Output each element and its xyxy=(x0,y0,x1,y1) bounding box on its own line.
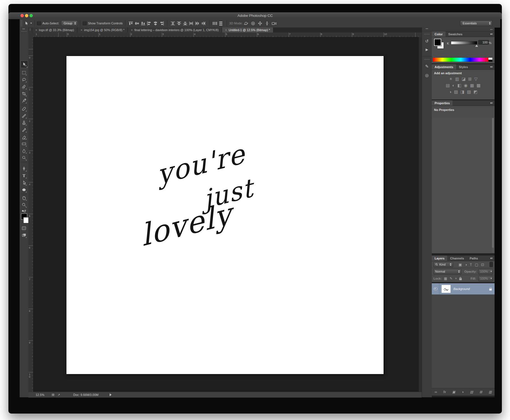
brush-tool[interactable] xyxy=(21,113,27,119)
vertical-ruler[interactable]: 012345678910 xyxy=(28,37,33,392)
tab-adjustments[interactable]: Adjustments xyxy=(432,64,456,69)
filter-kind-dropdown[interactable]: Kind xyxy=(433,262,453,267)
distribute-vertical-centers-icon[interactable] xyxy=(177,21,181,25)
tab-channels[interactable]: Channels xyxy=(447,256,467,261)
adjustment-icon[interactable]: ▩ xyxy=(477,83,481,88)
dock-grip[interactable] xyxy=(424,34,430,35)
panel-menu-icon[interactable]: ▾≡ xyxy=(490,256,495,261)
zoom-level[interactable]: 12.5% xyxy=(36,393,44,396)
doc-size-info[interactable]: Doc: 9.66M/3.00M xyxy=(73,393,98,396)
scrollbar-track[interactable] xyxy=(492,118,494,253)
adjustment-icon[interactable]: ◧ xyxy=(457,83,461,88)
pen-tool[interactable] xyxy=(21,166,27,172)
adjustment-icon[interactable]: ▨ xyxy=(454,89,458,94)
layers-action-icon[interactable]: ∞ xyxy=(435,390,437,394)
layers-action-icon[interactable]: ▣ xyxy=(452,390,455,394)
blend-mode-dropdown[interactable]: Normal xyxy=(433,269,461,274)
distribute-left-edges-icon[interactable] xyxy=(189,21,194,25)
3d-pan-icon[interactable] xyxy=(257,21,263,26)
layer-filter-icon[interactable]: ⊡ xyxy=(481,263,484,267)
k-value-input[interactable]: 100 xyxy=(478,40,489,45)
adjustment-icon[interactable]: ◩ xyxy=(474,89,477,94)
3d-orbit-icon[interactable] xyxy=(243,21,249,26)
history-brush-tool[interactable] xyxy=(21,127,27,133)
3d-slide-icon[interactable] xyxy=(264,21,270,26)
horizontal-ruler[interactable]: 1012345678910 xyxy=(33,33,422,37)
close-tab-icon[interactable]: ✕ xyxy=(225,29,227,31)
align-top-edges-icon[interactable] xyxy=(128,21,133,25)
lock-option-icon[interactable]: ✎ xyxy=(450,277,453,280)
show-transform-checkbox[interactable] xyxy=(83,21,87,25)
panel-menu-icon[interactable]: ▾≡ xyxy=(490,64,495,69)
tab-untitled-1[interactable]: ✕ Untitled-1 @ 12.5% (Bitmap) * xyxy=(222,27,273,33)
tab-color[interactable]: Color xyxy=(432,31,446,37)
adjustment-icon[interactable]: ◪ xyxy=(462,76,466,81)
eyedropper-tool[interactable] xyxy=(21,98,27,104)
options-bar-grip[interactable] xyxy=(20,20,22,26)
opacity-input[interactable]: 100% xyxy=(478,269,493,274)
clone-stamp-tool[interactable] xyxy=(21,120,27,126)
auto-select-checkbox[interactable] xyxy=(37,21,41,25)
close-tab-icon[interactable]: ✕ xyxy=(131,29,133,31)
hand-tool[interactable] xyxy=(21,195,27,201)
adjustment-icon[interactable]: ⊞ xyxy=(468,76,472,81)
crop-tool[interactable] xyxy=(21,91,27,97)
blur-tool[interactable] xyxy=(21,148,27,154)
3d-roll-icon[interactable] xyxy=(250,21,256,26)
lasso-tool[interactable] xyxy=(21,77,27,83)
align-vertical-centers-icon[interactable] xyxy=(135,21,139,25)
dodge-tool[interactable] xyxy=(21,155,27,161)
layer-filter-icon[interactable]: ▣ xyxy=(458,263,462,267)
adjustment-icon[interactable]: ◐ xyxy=(452,83,455,88)
color-spectrum-ramp[interactable] xyxy=(433,58,488,62)
quick-selection-tool[interactable] xyxy=(21,84,27,90)
quick-mask-button[interactable] xyxy=(21,225,27,231)
tab-final-lettering[interactable]: ✕ final lettering – davidson interiors @… xyxy=(128,27,222,33)
foreground-color-swatch[interactable] xyxy=(434,39,441,46)
lock-option-icon[interactable]: + xyxy=(455,277,457,280)
layer-filter-icon[interactable]: ◑ xyxy=(465,263,467,267)
collapse-tools-icon[interactable]: ▸▸ xyxy=(20,28,28,30)
layer-name[interactable]: Background xyxy=(453,287,470,291)
zoom-tool[interactable] xyxy=(21,202,27,208)
layer-thumbnail[interactable] xyxy=(442,285,451,293)
align-right-edges-icon[interactable] xyxy=(159,21,164,25)
actions-panel-icon[interactable]: ▶ xyxy=(422,48,432,52)
layer-filter-icon[interactable]: ▢ xyxy=(475,263,478,267)
layers-action-icon[interactable]: ▤ xyxy=(470,390,473,394)
adjustment-icon[interactable]: ◉ xyxy=(464,83,467,88)
tab-bar-grip[interactable] xyxy=(28,27,32,33)
tab-paths[interactable]: Paths xyxy=(467,256,481,261)
visibility-cell[interactable] xyxy=(432,283,439,294)
dock-grip[interactable] xyxy=(424,59,430,60)
brush-panel-icon[interactable]: ✎ xyxy=(422,64,432,69)
ruler-corner[interactable] xyxy=(28,33,33,37)
adjustment-icon[interactable]: ◨ xyxy=(460,89,464,94)
scrollbar-thumb[interactable] xyxy=(492,118,494,248)
tab-logo-tif[interactable]: ✕ logo.tif @ 33.3% (Bitmap) xyxy=(32,27,77,33)
distribute-horizontal-centers-icon[interactable] xyxy=(195,21,200,25)
workspace-switcher[interactable]: Essentials xyxy=(460,20,492,26)
tab-styles[interactable]: Styles xyxy=(456,64,471,69)
screen-mode-button[interactable] xyxy=(21,232,27,238)
layer-row-background[interactable]: Background xyxy=(432,283,495,294)
align-horizontal-centers-icon[interactable] xyxy=(153,21,158,25)
gradient-tool[interactable] xyxy=(21,141,27,147)
type-tool[interactable]: T xyxy=(21,173,27,179)
history-panel-icon[interactable]: ↺ xyxy=(422,39,432,44)
adjustment-icon[interactable]: ◑ xyxy=(449,89,451,94)
tab-layers[interactable]: Layers xyxy=(432,256,447,261)
adjustment-icon[interactable]: ▤ xyxy=(446,83,450,88)
shape-tool[interactable] xyxy=(21,187,27,193)
adjustment-icon[interactable]: ▽ xyxy=(474,76,477,81)
vertical-scrollbar[interactable] xyxy=(419,37,422,392)
marquee-tool[interactable] xyxy=(21,70,27,76)
layers-action-icon[interactable]: ⊞ xyxy=(479,390,482,394)
distribute-vertical-spacing-icon[interactable] xyxy=(219,21,223,25)
distribute-horizontal-spacing-icon[interactable] xyxy=(213,21,217,25)
move-tool[interactable] xyxy=(20,61,28,68)
tab-swatches[interactable]: Swatches xyxy=(446,31,465,37)
close-tab-icon[interactable]: ✕ xyxy=(35,29,37,31)
status-options-arrow-icon[interactable] xyxy=(110,393,112,396)
tools-grip[interactable] xyxy=(21,31,27,32)
